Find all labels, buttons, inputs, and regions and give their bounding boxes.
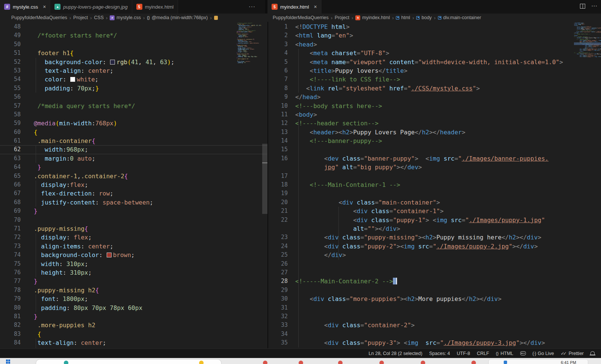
code-row-59[interactable]: 59@media(min-width:768px) bbox=[0, 119, 267, 128]
editor-mystyle-css[interactable]: 4849 /*footer starts here*/5051 footer h… bbox=[0, 22, 267, 348]
code-row-48[interactable]: 48 bbox=[0, 23, 267, 31]
code-row-50[interactable]: 50 bbox=[0, 40, 267, 49]
status-item-cursor-position[interactable]: Ln 28, Col 28 (2 selected) bbox=[365, 349, 426, 358]
code-row-63[interactable]: 63 margin:0 auto; bbox=[0, 154, 267, 163]
code-row-7[interactable]: 7 <!----link to CSS file--> bbox=[268, 75, 601, 84]
start-button-icon[interactable] bbox=[6, 359, 10, 364]
taskbar-app-icon[interactable] bbox=[471, 361, 476, 364]
code-row-55[interactable]: 55 padding: 70px;} bbox=[0, 84, 267, 93]
taskbar-app-icon[interactable] bbox=[421, 361, 425, 364]
editor-myindex-html[interactable]: 1<!DOCTYPE html>2<html lang="en">3<head>… bbox=[267, 22, 601, 348]
tray-app-icon[interactable] bbox=[504, 361, 507, 364]
code-row-18[interactable]: 18 <!---Main-Container-1 --> bbox=[268, 180, 601, 189]
code-row-22[interactable]: 22 <div class="puppy-1"> <img src="./Ima… bbox=[268, 216, 601, 224]
code-row-15[interactable]: 15 bbox=[268, 145, 601, 154]
code-row-69[interactable]: 69} bbox=[0, 207, 267, 215]
code-row-8[interactable]: 8 <link rel="stylesheet" href="./CSS/mys… bbox=[268, 84, 601, 93]
code-row-2[interactable]: 2<html lang="en"> bbox=[268, 31, 601, 40]
code-row-68[interactable]: 68 justify-content: space-between; bbox=[0, 198, 267, 207]
more-tabs-icon[interactable]: ··· bbox=[249, 3, 255, 9]
code-row-71[interactable]: 71.puppy-missing{ bbox=[0, 224, 267, 233]
code-row-81[interactable]: 81} bbox=[0, 312, 267, 321]
code-row-4[interactable]: 4 <meta charset="UTF-8"> bbox=[268, 49, 601, 57]
taskbar-app-icon[interactable] bbox=[338, 361, 343, 364]
code-row-49[interactable]: 49 /*footer starts here*/ bbox=[0, 31, 267, 40]
breadcrumb-item-PuppyfolderMediaQuerries[interactable]: PuppyfolderMediaQuerries bbox=[11, 15, 67, 20]
tab-puppy-lovers-page-design.jpg[interactable]: puppy-lovers-page-design.jpg bbox=[50, 0, 132, 14]
code-row-17[interactable]: 17 bbox=[268, 172, 601, 180]
breadcrumb-item-@media (min-width:768px)[interactable]: {}@media (min-width:768px) bbox=[147, 15, 208, 20]
tab-myindex.html[interactable]: 5myindex.html bbox=[132, 0, 178, 14]
breadcrumb-item-Project[interactable]: Project bbox=[73, 15, 88, 20]
code-row-20[interactable]: 20 <div class="main-container"> bbox=[268, 198, 601, 207]
windows-taskbar[interactable]: 6:41 PM bbox=[0, 358, 601, 364]
code-row-9[interactable]: 9</head> bbox=[268, 93, 601, 101]
more-actions-icon[interactable]: ··· bbox=[591, 3, 597, 9]
code-row-6[interactable]: 6 <title>Puppy lovers</title> bbox=[268, 66, 601, 75]
split-editor-icon[interactable] bbox=[580, 4, 585, 9]
code-row-23[interactable]: 23 <div class="puppy-missing"><h2>Puppy … bbox=[268, 233, 601, 242]
minimap-left[interactable]: /*footer starts here*/ footer h1{ backgr… bbox=[237, 23, 261, 345]
taskbar-app-icon[interactable] bbox=[263, 361, 267, 364]
code-row-12[interactable]: 12<!----header section--> bbox=[268, 119, 601, 128]
code-row-52[interactable]: 52 background-color: rgb(41, 41, 63); bbox=[0, 58, 267, 66]
code-row-25[interactable]: 25 </div> bbox=[268, 251, 601, 259]
code-row-31[interactable]: 31 bbox=[268, 304, 601, 312]
code-row-24[interactable]: 24 <div class="puppy-2"><img src="./Imag… bbox=[268, 242, 601, 251]
code-row-1[interactable]: 1<!DOCTYPE html> bbox=[268, 23, 601, 31]
code-row-73[interactable]: 73 align-items: center; bbox=[0, 242, 267, 251]
status-item-eol[interactable]: CRLF bbox=[473, 349, 492, 358]
code-row-54[interactable]: 54 color: white; bbox=[0, 75, 267, 84]
taskbar-clock[interactable]: 6:41 PM bbox=[561, 360, 576, 364]
code-row-35[interactable]: 35 <div class="puppy-3"> <img src="./Ima… bbox=[268, 338, 601, 347]
code-row-13[interactable]: 13 <header><h2>Puppy Lovers Page</h2></h… bbox=[268, 128, 601, 137]
breadcrumb-item[interactable] bbox=[214, 16, 218, 20]
status-item-prettier[interactable]: ✓✓Prettier bbox=[557, 349, 587, 358]
breadcrumb-item-myindex.html[interactable]: 5myindex.html bbox=[355, 15, 390, 20]
status-item-go-live[interactable]: (·)Go Live bbox=[529, 349, 557, 358]
breadcrumb-item-div.main-container[interactable]: div.main-container bbox=[438, 15, 481, 20]
taskbar-app-icon[interactable] bbox=[199, 361, 204, 364]
code-row-78[interactable]: 78.puppy-missing h2{ bbox=[0, 286, 267, 295]
code-row-58[interactable]: 58 bbox=[0, 110, 267, 119]
code-row-28[interactable]: 28<!-----Main-Container-2 --> bbox=[268, 277, 601, 286]
code-row-wrap[interactable]: alt=""></div> bbox=[268, 224, 601, 233]
code-row-77[interactable]: 77} bbox=[0, 277, 267, 286]
breadcrumb-item-html[interactable]: html bbox=[396, 15, 410, 20]
code-row-5[interactable]: 5 <meta name="viewport" content="width=d… bbox=[268, 58, 601, 66]
code-row-wrap[interactable]: jpg" alt="big puppy"></dev> bbox=[268, 163, 601, 171]
scrollbar-thumb[interactable] bbox=[262, 144, 267, 214]
code-row-72[interactable]: 72 display: flex; bbox=[0, 233, 267, 242]
code-row-14[interactable]: 14 <!---banner-puppy--> bbox=[268, 137, 601, 145]
code-row-65[interactable]: 65.container-1,.container-2{ bbox=[0, 172, 267, 180]
taskbar-app-icon[interactable] bbox=[299, 361, 303, 364]
code-row-82[interactable]: 82 .more-puppies h2 bbox=[0, 321, 267, 329]
code-row-76[interactable]: 76 height: 310px; bbox=[0, 268, 267, 277]
code-row-57[interactable]: 57 /*media query starts here*/ bbox=[0, 102, 267, 110]
code-row-33[interactable]: 33 <div class="container-2"> bbox=[268, 321, 601, 329]
status-item-notifications[interactable] bbox=[587, 349, 598, 358]
minimap-right[interactable]: <!DOCTYPE html><html lang="en"><head> <m… bbox=[574, 23, 601, 345]
code-row-16[interactable]: 16 <dev class="banner-puppy"> <img src="… bbox=[268, 154, 601, 163]
code-row-74[interactable]: 74 background-color: brown; bbox=[0, 251, 267, 259]
code-row-64[interactable]: 64 } bbox=[0, 163, 267, 171]
code-row-27[interactable]: 27 bbox=[268, 268, 601, 277]
code-row-10[interactable]: 10<!---body starts here--> bbox=[268, 102, 601, 110]
code-row-3[interactable]: 3<head> bbox=[268, 40, 601, 49]
code-row-53[interactable]: 53 text-align: center; bbox=[0, 66, 267, 75]
tab-myindex.html[interactable]: 5myindex.html× bbox=[267, 0, 322, 14]
status-item-indentation[interactable]: Spaces: 4 bbox=[426, 349, 453, 358]
taskbar-app-icon[interactable] bbox=[64, 361, 68, 364]
code-row-29[interactable]: 29 bbox=[268, 286, 601, 295]
status-item-encoding[interactable]: UTF-8 bbox=[453, 349, 473, 358]
breadcrumb-item-mystyle.css[interactable]: #mystyle.css bbox=[110, 15, 141, 20]
code-row-19[interactable]: 19 bbox=[268, 189, 601, 198]
taskbar-tray[interactable]: 6:41 PM bbox=[488, 359, 588, 364]
tab-mystyle.css[interactable]: #mystyle.css× bbox=[0, 0, 50, 14]
close-icon[interactable]: × bbox=[43, 4, 46, 9]
code-row-62[interactable]: 62 width:968px; bbox=[0, 145, 267, 154]
code-row-67[interactable]: 67 flex-direction: row; bbox=[0, 189, 267, 198]
code-row-11[interactable]: 11<body> bbox=[268, 110, 601, 119]
code-row-79[interactable]: 79 font: 1800px; bbox=[0, 295, 267, 303]
code-row-34[interactable]: 34 bbox=[268, 330, 601, 338]
